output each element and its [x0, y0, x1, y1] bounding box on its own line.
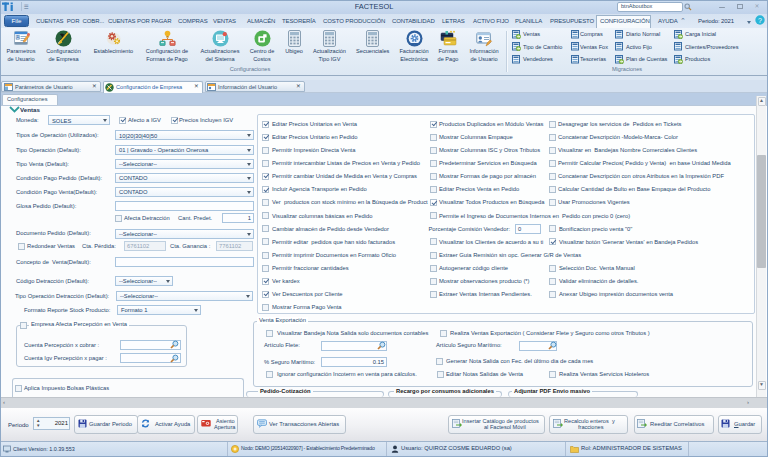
- svg-text:A: A: [16, 35, 19, 40]
- svg-text:?: ?: [758, 17, 762, 24]
